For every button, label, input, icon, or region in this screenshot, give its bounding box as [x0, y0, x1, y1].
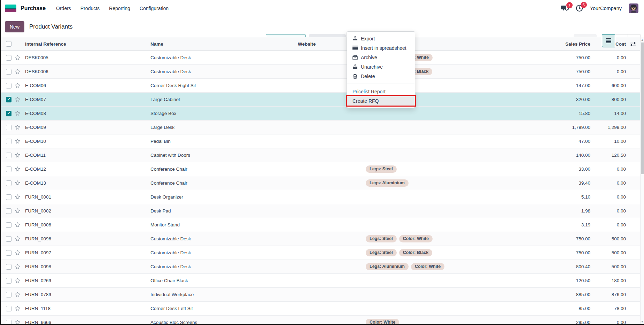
- scroll-up-icon[interactable]: ▲: [641, 38, 644, 42]
- select-all-checkbox[interactable]: [6, 41, 11, 47]
- favorite-star-icon[interactable]: [15, 55, 21, 61]
- row-checkbox[interactable]: [6, 139, 11, 144]
- table-row[interactable]: FURN_0002 Desk Pad 1.98 0.00: [0, 204, 640, 218]
- favorite-star-icon[interactable]: [15, 180, 21, 186]
- dropdown-divider: [347, 84, 415, 84]
- variant-tag: Legs: Aluminium: [366, 263, 409, 270]
- table-row[interactable]: FURN_0789 Individual Workplace 885.00 87…: [0, 288, 640, 302]
- row-checkbox[interactable]: [6, 236, 11, 242]
- scroll-down-icon[interactable]: ▼: [641, 319, 644, 324]
- row-checkbox[interactable]: [6, 292, 11, 297]
- user-avatar[interactable]: [629, 3, 638, 13]
- app-name[interactable]: Purchase: [21, 5, 46, 11]
- row-checkbox[interactable]: [6, 306, 11, 311]
- cost-cell: 10.00: [590, 139, 626, 144]
- column-header-sales-price[interactable]: Sales Price: [543, 41, 590, 47]
- favorite-star-icon[interactable]: [15, 236, 21, 242]
- favorite-star-icon[interactable]: [15, 69, 21, 75]
- cost-cell: 0.00: [590, 55, 626, 60]
- row-checkbox[interactable]: [6, 111, 11, 116]
- table-row[interactable]: FURN_0006 Monitor Stand 3.19 0.00: [0, 218, 640, 232]
- dropdown-item-insert-in-spreadsheet[interactable]: Insert in spreadsheet: [347, 43, 415, 53]
- table-row[interactable]: FURN_0098 Customizable Desk Legs: Alumin…: [0, 260, 640, 274]
- activities-button[interactable]: 5: [576, 5, 583, 12]
- row-checkbox[interactable]: [6, 180, 11, 186]
- list-view-button[interactable]: [602, 34, 615, 47]
- messages-button[interactable]: 7: [560, 5, 569, 12]
- table-row[interactable]: FURN_0097 Customizable Desk Legs: SteelC…: [0, 246, 640, 260]
- internal-reference-cell: FURN_0096: [25, 236, 150, 241]
- favorite-star-icon[interactable]: [15, 278, 21, 284]
- internal-reference-cell: E-COM06: [25, 83, 150, 88]
- table-row[interactable]: FURN_0269 Office Chair Black 120.50 180.…: [0, 274, 640, 288]
- sliders-icon: [630, 42, 636, 46]
- favorite-star-icon[interactable]: [15, 305, 21, 311]
- internal-reference-cell: E-COM13: [25, 180, 150, 186]
- favorite-star-icon[interactable]: [15, 194, 21, 200]
- row-checkbox[interactable]: [6, 55, 11, 61]
- nav-menu-orders[interactable]: Orders: [56, 6, 71, 11]
- dropdown-item-export[interactable]: Export: [347, 34, 415, 43]
- row-checkbox[interactable]: [6, 83, 11, 88]
- favorite-star-icon[interactable]: [15, 96, 21, 102]
- row-checkbox[interactable]: [6, 208, 11, 214]
- optional-columns-button[interactable]: [626, 42, 640, 46]
- favorite-star-icon[interactable]: [15, 208, 21, 214]
- row-checkbox[interactable]: [6, 97, 11, 102]
- name-cell: Customizable Desk: [150, 264, 298, 269]
- company-name[interactable]: YourCompany: [590, 6, 622, 11]
- dropdown-item-delete[interactable]: Delete: [347, 71, 415, 81]
- table-row[interactable]: E-COM13 Conference Chair Legs: Aluminium…: [0, 176, 640, 190]
- favorite-star-icon[interactable]: [15, 83, 21, 88]
- table-row[interactable]: FURN_0001 Desk Organizer 5.10 0.00: [0, 190, 640, 204]
- nav-menu-reporting[interactable]: Reporting: [109, 6, 130, 11]
- sales-price-cell: 3.19: [543, 222, 590, 227]
- row-checkbox[interactable]: [6, 278, 11, 284]
- variant-tag: Color: White: [399, 235, 433, 242]
- row-checkbox[interactable]: [6, 69, 11, 75]
- column-header-internal-reference[interactable]: Internal Reference: [25, 41, 150, 47]
- row-checkbox[interactable]: [6, 222, 11, 228]
- table-row[interactable]: DESK0006 Customizable Desk Legs: SteelCo…: [0, 65, 640, 79]
- row-checkbox[interactable]: [6, 125, 11, 130]
- row-checkbox[interactable]: [6, 250, 11, 256]
- table-row[interactable]: FURN_1118 Corner Desk Left Sit 85.00 78.…: [0, 302, 640, 316]
- nav-menu-products[interactable]: Products: [80, 6, 100, 11]
- row-checkbox[interactable]: [6, 167, 11, 172]
- favorite-star-icon[interactable]: [15, 222, 21, 228]
- table-row[interactable]: E-COM07 Large Cabinet 320.00 800.00: [0, 93, 640, 107]
- table-row[interactable]: E-COM08 Storage Box 15.80 14.00: [0, 107, 640, 121]
- row-checkbox[interactable]: [6, 153, 11, 158]
- dropdown-item-create-rfq[interactable]: Create RFQ: [347, 96, 415, 106]
- odoo-app-logo[interactable]: [5, 5, 16, 12]
- favorite-star-icon[interactable]: [15, 166, 21, 172]
- table-row[interactable]: E-COM06 Corner Desk Right Sit 147.00 600…: [0, 79, 640, 93]
- table-row[interactable]: E-COM11 Cabinet with Doors 140.00 120.50: [0, 148, 640, 162]
- column-header-name[interactable]: Name: [150, 41, 298, 47]
- vertical-scrollbar[interactable]: ▲ ▼: [640, 37, 644, 324]
- nav-menu-configuration[interactable]: Configuration: [140, 6, 169, 11]
- favorite-star-icon[interactable]: [15, 152, 21, 158]
- dropdown-item-archive[interactable]: Archive: [347, 53, 415, 62]
- variant-tag: Color: White: [411, 263, 444, 270]
- dropdown-item-unarchive[interactable]: Unarchive: [347, 62, 415, 71]
- new-button[interactable]: New: [5, 21, 24, 32]
- favorite-star-icon[interactable]: [15, 110, 21, 116]
- favorite-star-icon[interactable]: [15, 250, 21, 256]
- favorite-star-icon[interactable]: [15, 264, 21, 270]
- scrollbar-thumb[interactable]: [641, 42, 644, 174]
- favorite-star-icon[interactable]: [15, 292, 21, 297]
- row-checkbox[interactable]: [6, 264, 11, 270]
- page-title: Product Variants: [29, 23, 72, 30]
- table-row[interactable]: E-COM12 Conference Chair Legs: Steel 33.…: [0, 162, 640, 176]
- table-row[interactable]: FURN_6666 Acoustic Bloc Screens Color: W…: [0, 316, 640, 325]
- name-cell: Desk Organizer: [150, 194, 298, 200]
- table-row[interactable]: FURN_0096 Customizable Desk Legs: SteelC…: [0, 232, 640, 246]
- favorite-star-icon[interactable]: [15, 124, 21, 130]
- dropdown-item-pricelist-report[interactable]: Pricelist Report: [347, 87, 415, 96]
- table-row[interactable]: E-COM09 Large Desk 1,799.00 1,299.00: [0, 121, 640, 134]
- table-row[interactable]: E-COM10 Pedal Bin 47.00 10.00: [0, 134, 640, 148]
- row-checkbox[interactable]: [6, 194, 11, 200]
- table-row[interactable]: DESK0005 Customizable Desk Legs: SteelCo…: [0, 51, 640, 65]
- favorite-star-icon[interactable]: [15, 138, 21, 144]
